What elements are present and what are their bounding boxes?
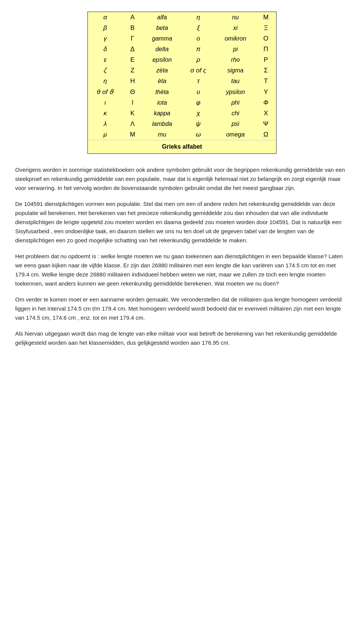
table-row: δΔdeltaπpiΠ: [88, 44, 276, 55]
greek-lower-left: μ: [88, 129, 122, 140]
greek-name-left: beta: [143, 23, 182, 33]
greek-name-right: phi: [215, 97, 256, 108]
greek-upper-right: Ψ: [256, 119, 276, 129]
greek-name-right: rho: [215, 55, 256, 65]
table-row: γΓgammaοomikronO: [88, 33, 276, 44]
paragraph-5: Als hiervan uitgegaan wordt dan mag de l…: [15, 329, 349, 347]
table-row: εEepsilonρrhoP: [88, 55, 276, 65]
greek-name-right: chi: [215, 108, 256, 119]
table-row: βBbetaξxiΞ: [88, 23, 276, 33]
greek-upper-left: Δ: [122, 44, 143, 55]
table-row: ηHètaτtauT: [88, 76, 276, 86]
greek-lower-right: ψ: [182, 119, 215, 129]
greek-lower-left: ι: [88, 97, 122, 108]
greek-name-left: thèta: [143, 86, 182, 97]
table-row: ιIiotaφphiΦ: [88, 97, 276, 108]
greek-lower-right: χ: [182, 108, 215, 119]
greek-upper-right: O: [256, 33, 276, 44]
greek-lower-right: ρ: [182, 55, 215, 65]
greek-upper-right: P: [256, 55, 276, 65]
greek-upper-left: I: [122, 97, 143, 108]
paragraph-3: Het probleem dat nu opdoemt is : welke l…: [15, 252, 349, 288]
greek-lower-right: τ: [182, 76, 215, 86]
greek-name-right: nu: [215, 12, 256, 23]
greek-lower-left: η: [88, 76, 122, 86]
text-content: Overigens worden in sommige statistiekbo…: [15, 165, 349, 347]
greek-upper-left: Γ: [122, 33, 143, 44]
greek-name-left: èta: [143, 76, 182, 86]
greek-name-right: sigma: [215, 65, 256, 76]
greek-upper-left: M: [122, 129, 143, 140]
greek-name-left: delta: [143, 44, 182, 55]
greek-upper-right: M: [256, 12, 276, 23]
greek-lower-left: ε: [88, 55, 122, 65]
greek-name-left: alfa: [143, 12, 182, 23]
greek-name-left: iota: [143, 97, 182, 108]
greek-lower-right: ξ: [182, 23, 215, 33]
greek-name-left: mu: [143, 129, 182, 140]
greek-upper-right: Π: [256, 44, 276, 55]
greek-lower-left: ζ: [88, 65, 122, 76]
greek-name-right: omikron: [215, 33, 256, 44]
greek-alphabet-table-wrapper: αAalfaηnuMβBbetaξxiΞγΓgammaοomikronOδΔde…: [15, 11, 349, 154]
greek-upper-right: T: [256, 76, 276, 86]
greek-lower-left: α: [88, 12, 122, 23]
table-caption: Grieks alfabet: [88, 140, 276, 154]
greek-upper-left: Θ: [122, 86, 143, 97]
greek-upper-left: Λ: [122, 119, 143, 129]
greek-lower-left: θ of ϑ: [88, 86, 122, 97]
table-row: κKkappaχchiX: [88, 108, 276, 119]
greek-name-left: gamma: [143, 33, 182, 44]
greek-name-left: epsilon: [143, 55, 182, 65]
paragraph-4: Om verder te komen moet er een aanname w…: [15, 295, 349, 322]
greek-upper-right: Ω: [256, 129, 276, 140]
greek-lower-right: φ: [182, 97, 215, 108]
table-row: λΛlambdaψpsiΨ: [88, 119, 276, 129]
greek-name-left: lambda: [143, 119, 182, 129]
greek-upper-right: X: [256, 108, 276, 119]
table-row: θ of ϑΘthètaυypsilonY: [88, 86, 276, 97]
greek-upper-right: Ξ: [256, 23, 276, 33]
greek-name-left: kappa: [143, 108, 182, 119]
greek-name-right: tau: [215, 76, 256, 86]
greek-upper-left: E: [122, 55, 143, 65]
greek-upper-left: A: [122, 12, 143, 23]
table-row: ζZzètaσ of ςsigmaΣ: [88, 65, 276, 76]
greek-name-right: pi: [215, 44, 256, 55]
paragraph-2: De 104591 dienstplichtigen vormen een po…: [15, 199, 349, 245]
greek-upper-left: K: [122, 108, 143, 119]
paragraph-1: Overigens worden in sommige statistiekbo…: [15, 165, 349, 193]
table-caption-row: Grieks alfabet: [88, 140, 276, 154]
greek-lower-right: π: [182, 44, 215, 55]
greek-name-right: psi: [215, 119, 256, 129]
greek-lower-right: η: [182, 12, 215, 23]
greek-name-right: ypsilon: [215, 86, 256, 97]
greek-lower-right: ω: [182, 129, 215, 140]
greek-lower-left: λ: [88, 119, 122, 129]
table-row: αAalfaηnuM: [88, 12, 276, 23]
greek-lower-right: σ of ς: [182, 65, 215, 76]
greek-alphabet-table: αAalfaηnuMβBbetaξxiΞγΓgammaοomikronOδΔde…: [87, 11, 277, 154]
greek-lower-left: δ: [88, 44, 122, 55]
greek-lower-left: β: [88, 23, 122, 33]
greek-upper-right: Φ: [256, 97, 276, 108]
greek-upper-left: B: [122, 23, 143, 33]
greek-lower-left: γ: [88, 33, 122, 44]
greek-name-right: omega: [215, 129, 256, 140]
greek-lower-right: υ: [182, 86, 215, 97]
greek-lower-right: ο: [182, 33, 215, 44]
greek-lower-left: κ: [88, 108, 122, 119]
greek-upper-right: Y: [256, 86, 276, 97]
greek-name-left: zèta: [143, 65, 182, 76]
greek-upper-left: Z: [122, 65, 143, 76]
table-row: μMmuωomegaΩ: [88, 129, 276, 140]
greek-upper-right: Σ: [256, 65, 276, 76]
greek-name-right: xi: [215, 23, 256, 33]
greek-upper-left: H: [122, 76, 143, 86]
